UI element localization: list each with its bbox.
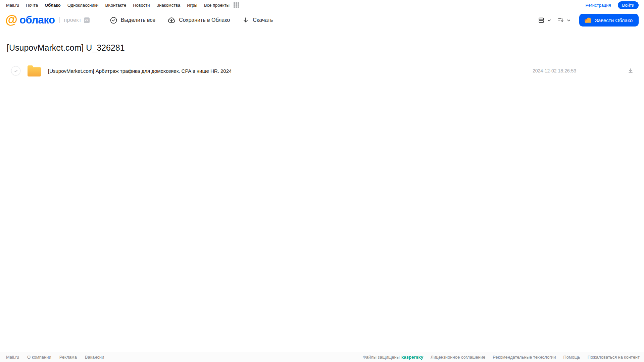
cloud-upload-icon	[167, 16, 176, 24]
chevron-down-icon	[547, 18, 552, 23]
select-all-button[interactable]: Выделить все	[110, 16, 155, 24]
projects-grid-icon[interactable]	[234, 2, 239, 8]
topnav-all-projects[interactable]: Все проекты	[204, 3, 230, 8]
view-mode-selector[interactable]	[538, 16, 552, 24]
view-mode-icon	[538, 16, 545, 24]
footer-license-link[interactable]: Лицензионное соглашение	[431, 355, 485, 360]
main-content: [UsupovMarket.com] U_326281 [UsupovMarke…	[0, 43, 644, 80]
footer-report-content-link[interactable]: Пожаловаться на контент	[588, 355, 640, 360]
kaspersky-protection: Файлы защищены kaspersky	[363, 355, 424, 360]
topnav-odnoklassniki[interactable]: Одноклассники	[67, 3, 99, 8]
topnav-igry[interactable]: Игры	[187, 3, 197, 8]
topnav-novosti[interactable]: Новости	[133, 3, 150, 8]
orange-cloud-icon	[584, 17, 592, 23]
file-row[interactable]: [UsupovMarket.com] Арбитраж трафика для …	[11, 61, 644, 80]
registration-link[interactable]: Регистрация	[586, 3, 611, 8]
cloud-logo-text: облако	[19, 14, 55, 26]
footer-jobs-link[interactable]: Вакансии	[85, 355, 104, 360]
footer-ads-link[interactable]: Реклама	[59, 355, 77, 360]
check-icon	[13, 68, 18, 73]
cloud-logo[interactable]: @ облако	[5, 14, 55, 26]
files-protected-label: Файлы защищены	[363, 355, 400, 360]
save-to-cloud-label: Сохранить в Облако	[179, 17, 230, 23]
page-title: [UsupovMarket.com] U_326281	[7, 43, 644, 53]
row-checkbox[interactable]	[11, 66, 20, 75]
login-button[interactable]: Войти	[618, 1, 639, 9]
folder-icon	[27, 65, 42, 77]
download-button[interactable]: Скачать	[242, 16, 273, 24]
topnav-vkontakte[interactable]: ВКонтакте	[105, 3, 127, 8]
file-name[interactable]: [UsupovMarket.com] Арбитраж трафика для …	[48, 68, 232, 74]
file-toolbar: Выделить все Сохранить в Облако Скачать	[110, 16, 273, 24]
select-all-label: Выделить все	[121, 17, 155, 23]
portal-topbar: Mail.ru Почта Облако Одноклассники ВКонт…	[0, 0, 644, 9]
footer-recommendation-tech-link[interactable]: Рекомендательные технологии	[493, 355, 556, 360]
sort-icon	[557, 16, 564, 24]
footer-right-links: Файлы защищены kaspersky Лицензионное со…	[363, 355, 640, 360]
file-date: 2024-12-02 18:26:53	[533, 68, 576, 73]
header-right-controls: Завести Облако	[538, 14, 639, 27]
create-cloud-label: Завести Облако	[595, 17, 633, 23]
vk-logo-icon: vk	[84, 17, 90, 23]
footer-help-link[interactable]: Помощь	[563, 355, 580, 360]
topnav-pochta[interactable]: Почта	[26, 3, 38, 8]
chevron-down-icon	[566, 18, 571, 23]
page-footer: Mail.ru О компании Реклама Вакансии Файл…	[0, 352, 644, 362]
project-text: проект	[64, 17, 81, 23]
vk-project-label: проект vk	[64, 17, 89, 23]
topnav-mailru[interactable]: Mail.ru	[6, 3, 19, 8]
logo-divider	[59, 17, 60, 23]
create-cloud-button[interactable]: Завести Облако	[579, 14, 639, 27]
download-arrow-icon	[242, 16, 249, 24]
download-label: Скачать	[253, 17, 273, 23]
row-download-icon[interactable]	[627, 67, 634, 74]
save-to-cloud-button[interactable]: Сохранить в Облако	[167, 16, 230, 24]
footer-about-link[interactable]: О компании	[27, 355, 51, 360]
topnav-znakomstva[interactable]: Знакомства	[156, 3, 180, 8]
app-header: @ облако проект vk Выделить все Сохра	[0, 9, 644, 31]
footer-mailru-link[interactable]: Mail.ru	[6, 355, 19, 360]
topnav-oblako[interactable]: Облако	[45, 3, 61, 8]
check-circle-icon	[110, 16, 117, 24]
mailru-at-icon: @	[5, 13, 17, 26]
sort-selector[interactable]	[557, 16, 571, 24]
kaspersky-logo[interactable]: kaspersky	[401, 355, 423, 360]
